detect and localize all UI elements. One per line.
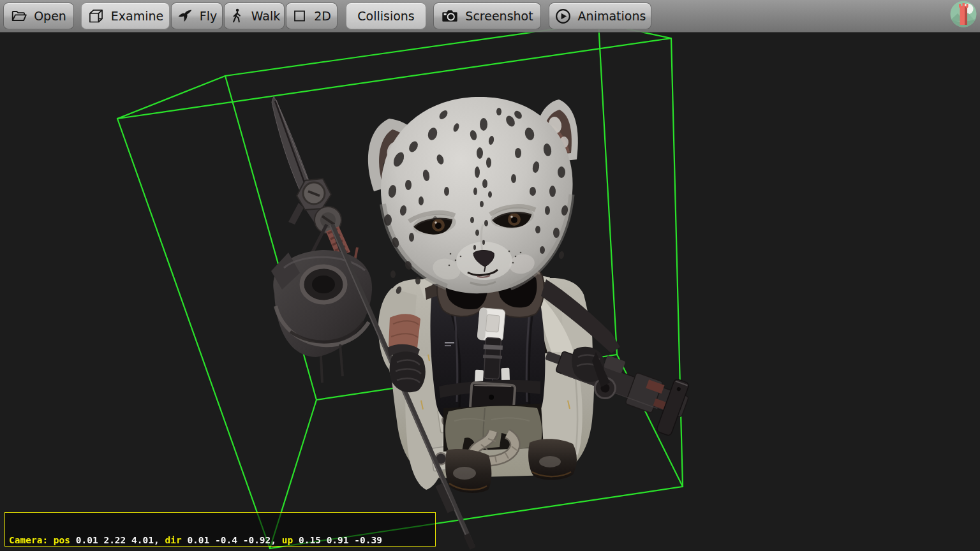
open-button[interactable]: Open xyxy=(3,3,74,29)
fly-button-label: Fly xyxy=(200,9,217,23)
bounding-box-edge xyxy=(117,76,225,119)
toolbar: Open Examine Fly Walk xyxy=(0,0,980,33)
3d-viewport[interactable] xyxy=(0,0,980,551)
2d-button[interactable]: 2D xyxy=(286,3,338,29)
camera-label: Camera: xyxy=(9,535,54,545)
bird-icon xyxy=(177,8,193,24)
head xyxy=(381,97,573,295)
bounding-box-edge xyxy=(117,119,270,548)
camera-status-line: Camera: pos 0.01 2.22 4.01, dir 0.01 -0.… xyxy=(9,535,435,545)
play-circle-icon xyxy=(554,8,572,25)
walking-person-icon xyxy=(228,8,245,24)
application-window: Open Examine Fly Walk xyxy=(0,0,980,551)
walk-button[interactable]: Walk xyxy=(224,3,285,29)
camera-icon xyxy=(441,7,459,25)
camera-up-label: up xyxy=(282,535,299,545)
animations-button-label: Animations xyxy=(578,9,646,23)
fly-button[interactable]: Fly xyxy=(171,3,223,29)
open-folder-icon xyxy=(11,8,27,24)
screenshot-button-label: Screenshot xyxy=(465,9,533,23)
2d-button-label: 2D xyxy=(314,9,331,23)
spear-head xyxy=(272,96,350,258)
collisions-button[interactable]: Collisions xyxy=(346,3,426,29)
scene-canvas xyxy=(0,0,980,551)
camera-up-value: 0.15 0.91 -0.39 xyxy=(299,535,382,545)
castle-game-engine-logo xyxy=(950,1,977,27)
bounding-box-edge xyxy=(598,23,617,355)
hanging-helmet xyxy=(271,224,372,383)
collisions-button-label: Collisions xyxy=(357,9,414,23)
square-icon xyxy=(292,8,308,24)
status-panel: Camera: pos 0.01 2.22 4.01, dir 0.01 -0.… xyxy=(4,512,436,547)
right-boot xyxy=(528,439,577,480)
animations-button[interactable]: Animations xyxy=(549,3,651,29)
examine-button-label: Examine xyxy=(111,9,163,23)
left-boot xyxy=(445,449,491,493)
screenshot-button[interactable]: Screenshot xyxy=(433,3,541,29)
camera-dir-label: dir xyxy=(165,535,187,545)
camera-pos-value: 0.01 2.22 4.01, xyxy=(76,535,165,545)
camera-pos-label: pos xyxy=(54,535,76,545)
chest-canister xyxy=(477,307,505,341)
camera-dir-value: 0.01 -0.4 -0.92, xyxy=(187,535,281,545)
examine-button[interactable]: Examine xyxy=(81,3,170,29)
walk-button-label: Walk xyxy=(251,9,281,23)
bounding-box-edge xyxy=(117,38,671,119)
character-model xyxy=(271,96,693,548)
open-button-label: Open xyxy=(34,9,66,23)
cube-icon xyxy=(87,8,105,25)
